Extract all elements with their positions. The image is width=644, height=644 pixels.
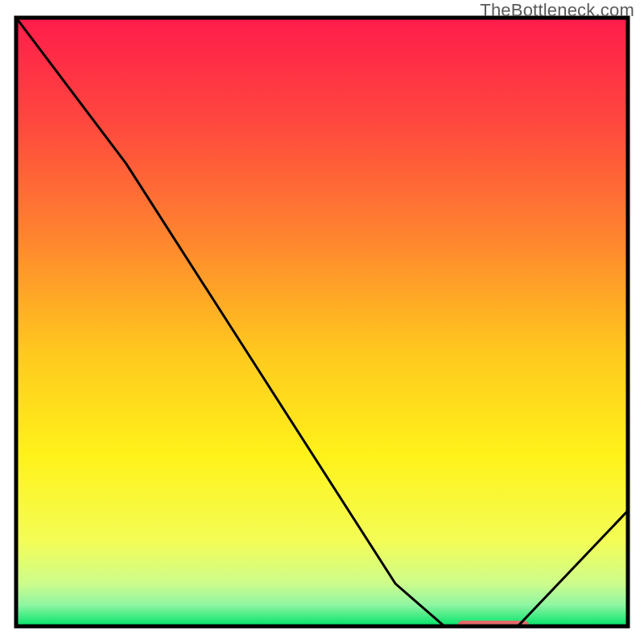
bottleneck-chart <box>0 0 644 644</box>
chart-frame: TheBottleneck.com <box>0 0 644 644</box>
gradient-background <box>16 18 628 626</box>
watermark-label: TheBottleneck.com <box>480 0 634 21</box>
